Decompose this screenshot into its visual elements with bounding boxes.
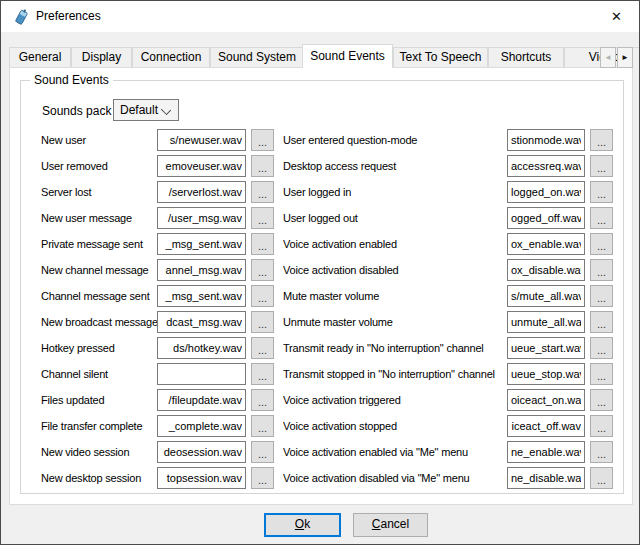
sound-file-input[interactable] [157, 181, 246, 203]
browse-button[interactable]: ... [251, 441, 274, 463]
sound-file-input[interactable] [157, 467, 246, 489]
browse-button[interactable]: ... [251, 233, 274, 255]
browse-button[interactable]: ... [590, 207, 613, 229]
browse-button[interactable]: ... [251, 415, 274, 437]
sound-events-right-column: User entered question-mode ... Desktop a… [283, 129, 615, 493]
row-label: Voice activation triggered [283, 394, 507, 406]
sound-file-input[interactable] [507, 441, 585, 463]
browse-button[interactable]: ... [590, 311, 613, 333]
cancel-button-rest: ancel [380, 517, 409, 531]
row-label: Transmit stopped in "No interruption" ch… [283, 368, 507, 380]
browse-button[interactable]: ... [590, 415, 613, 437]
row-private-message-sent: Private message sent ... [41, 233, 279, 255]
browse-button[interactable]: ... [251, 207, 274, 229]
sound-file-input[interactable] [157, 441, 246, 463]
sound-file-input[interactable] [507, 337, 585, 359]
sound-file-input[interactable] [157, 311, 246, 333]
browse-button[interactable]: ... [590, 155, 613, 177]
tab-sound-events[interactable]: Sound Events [302, 44, 393, 68]
browse-button[interactable]: ... [590, 363, 613, 385]
sound-file-input[interactable] [157, 233, 246, 255]
sound-file-input[interactable] [157, 207, 246, 229]
sounds-pack-label: Sounds pack [42, 100, 111, 122]
tab-sound-system[interactable]: Sound System [210, 47, 304, 67]
sound-file-input[interactable] [507, 363, 585, 385]
sound-file-input[interactable] [507, 415, 585, 437]
browse-button[interactable]: ... [590, 441, 613, 463]
browse-button[interactable]: ... [590, 467, 613, 489]
browse-button[interactable]: ... [590, 181, 613, 203]
window-title: Preferences [36, 9, 101, 23]
close-button[interactable]: ✕ [594, 1, 639, 31]
sound-events-groupbox: Sound Events Sounds pack Default New use… [20, 80, 624, 494]
sound-file-input[interactable] [507, 311, 585, 333]
sounds-pack-select[interactable]: Default [113, 99, 179, 121]
browse-button[interactable]: ... [251, 155, 274, 177]
row-user-logged-out: User logged out ... [283, 207, 615, 229]
row-label: Server lost [41, 186, 157, 198]
sound-file-input[interactable] [157, 155, 246, 177]
row-new-desktop-session: New desktop session ... [41, 467, 279, 489]
row-label: Channel silent [41, 368, 157, 380]
ok-button[interactable]: Ok [264, 513, 341, 537]
row-channel-message-sent: Channel message sent ... [41, 285, 279, 307]
sound-file-input[interactable] [507, 389, 585, 411]
sound-file-input[interactable] [157, 389, 246, 411]
browse-button[interactable]: ... [590, 389, 613, 411]
chevron-down-icon [161, 105, 171, 115]
browse-button[interactable]: ... [251, 129, 274, 151]
sound-events-panel: Sound Events Sounds pack Default New use… [9, 67, 633, 505]
titlebar: Preferences ✕ [1, 1, 639, 32]
sound-file-input[interactable] [507, 285, 585, 307]
row-mute-master-volume: Mute master volume ... [283, 285, 615, 307]
sound-file-input[interactable] [507, 207, 585, 229]
browse-button[interactable]: ... [590, 285, 613, 307]
sound-file-input[interactable] [157, 129, 246, 151]
browse-button[interactable]: ... [251, 285, 274, 307]
browse-button[interactable]: ... [590, 337, 613, 359]
sound-file-input[interactable] [157, 259, 246, 281]
browse-button[interactable]: ... [251, 181, 274, 203]
browse-button[interactable]: ... [251, 363, 274, 385]
sound-file-input[interactable] [157, 415, 246, 437]
sound-file-input[interactable] [507, 233, 585, 255]
browse-button[interactable]: ... [251, 389, 274, 411]
sound-events-left-column: New user ... User removed ... Server los… [41, 129, 279, 493]
row-label: User entered question-mode [283, 134, 507, 146]
tab-general[interactable]: General [9, 47, 71, 67]
tab-shortcuts[interactable]: Shortcuts [488, 47, 564, 67]
row-label: User logged in [283, 186, 507, 198]
browse-button[interactable]: ... [590, 259, 613, 281]
browse-button[interactable]: ... [251, 467, 274, 489]
browse-button[interactable]: ... [251, 337, 274, 359]
sound-file-input[interactable] [507, 259, 585, 281]
sound-file-input[interactable] [157, 363, 246, 385]
sound-file-input[interactable] [507, 155, 585, 177]
tab-scroll-right-button[interactable]: ► [617, 47, 633, 68]
sound-file-input[interactable] [157, 285, 246, 307]
tab-connection[interactable]: Connection [132, 47, 210, 67]
cancel-button[interactable]: Cancel [353, 513, 428, 537]
row-voice-activation-disabled-me-menu: Voice activation disabled via "Me" menu … [283, 467, 615, 489]
sounds-pack-value: Default [120, 100, 158, 120]
browse-button[interactable]: ... [590, 233, 613, 255]
sound-file-input[interactable] [507, 467, 585, 489]
row-label: New user [41, 134, 157, 146]
browse-button[interactable]: ... [251, 259, 274, 281]
row-label: File transfer complete [41, 420, 157, 432]
row-label: Voice activation enabled via "Me" menu [283, 446, 507, 458]
row-new-broadcast-message: New broadcast message ... [41, 311, 279, 333]
row-label: New user message [41, 212, 157, 224]
tab-text-to-speech[interactable]: Text To Speech [393, 47, 488, 67]
tab-display[interactable]: Display [71, 47, 132, 67]
row-label: New broadcast message [41, 316, 157, 328]
browse-button[interactable]: ... [590, 129, 613, 151]
row-new-user: New user ... [41, 129, 279, 151]
row-unmute-master-volume: Unmute master volume ... [283, 311, 615, 333]
sound-file-input[interactable] [507, 181, 585, 203]
sound-file-input[interactable] [507, 129, 585, 151]
scroll-right-icon: ► [621, 53, 629, 62]
browse-button[interactable]: ... [251, 311, 274, 333]
tab-scroll-left-button[interactable]: ◄ [600, 47, 616, 68]
sound-file-input[interactable] [157, 337, 246, 359]
